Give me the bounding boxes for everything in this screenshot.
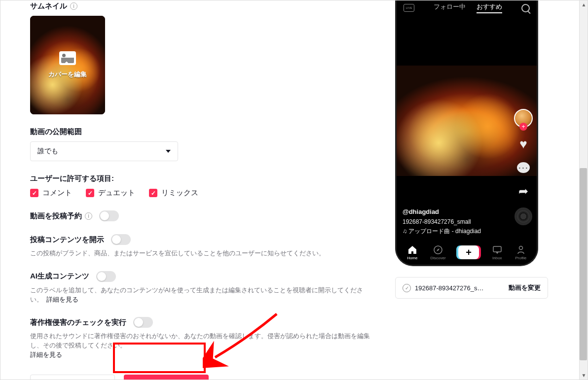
thumbnail-section-label: サムネイル i xyxy=(30,1,375,11)
svg-rect-1 xyxy=(493,246,501,252)
disclosure-toggle[interactable] xyxy=(111,234,131,245)
app-viewport: サムネイル i カバーを編集 動画の公開範囲 誰でも ユーザーに許可する項目: xyxy=(0,0,588,380)
live-icon: LIVE xyxy=(404,4,414,12)
phone-tabs: フォロー中 おすすめ xyxy=(434,2,502,13)
copyright-more-link[interactable]: 詳細を見る xyxy=(30,351,62,358)
phone-top-bar: LIVE フォロー中 おすすめ xyxy=(397,0,537,17)
compass-icon xyxy=(433,245,443,255)
visibility-selected-value: 誰でも xyxy=(37,147,58,156)
nav-home-label: Home xyxy=(407,256,417,260)
comment-icon[interactable] xyxy=(516,160,531,175)
tab-recommended[interactable]: おすすめ xyxy=(477,2,502,13)
scrollbar-down-button[interactable]: ▼ xyxy=(580,371,588,380)
edit-cover-label: カバーを編集 xyxy=(48,70,87,79)
scrollbar-up-button[interactable]: ▲ xyxy=(580,0,588,9)
scrollbar-thumb[interactable] xyxy=(580,168,587,360)
check-icon: ✓ xyxy=(30,189,38,197)
picture-icon xyxy=(59,51,76,65)
check-icon: ✓ xyxy=(86,189,94,197)
music-disc-icon[interactable] xyxy=(514,207,532,225)
ai-content-toggle[interactable] xyxy=(96,271,116,282)
right-column: LIVE フォロー中 おすすめ ♥ ➦ xyxy=(395,0,548,380)
search-icon[interactable] xyxy=(521,4,530,12)
file-bar-left: ✓ 192687-893427276_s… xyxy=(403,284,484,292)
change-video-button[interactable]: 動画を変更 xyxy=(509,283,541,292)
phone-action-rail: ♥ ➦ xyxy=(514,109,533,225)
file-info-bar: ✓ 192687-893427276_s… 動画を変更 xyxy=(395,277,548,299)
copyright-helper: 使用されたサウンドに著作権侵害のおそれがないか、あなたの動画を確認します。侵害が… xyxy=(30,332,375,359)
ai-content-block: AI生成コンテンツ このラベルを追加して、あなたのコンテンツがAIを使って生成ま… xyxy=(30,271,375,305)
checkbox-duet[interactable]: ✓ デュエット xyxy=(86,188,135,198)
disclosure-block: 投稿コンテンツを開示 この投稿がブランド、商品、またはサービスを宣伝していること… xyxy=(30,234,375,258)
nav-profile-label: Profile xyxy=(515,256,526,260)
nav-inbox[interactable]: Inbox xyxy=(492,245,503,260)
visibility-label: 動画の公開範囲 xyxy=(30,127,375,137)
content-row: サムネイル i カバーを編集 動画の公開範囲 誰でも ユーザーに許可する項目: xyxy=(0,0,588,380)
checkbox-comment-label: コメント xyxy=(42,188,72,198)
copyright-toggle[interactable] xyxy=(133,317,153,328)
copyright-label: 著作権侵害のチェックを実行 xyxy=(30,318,126,327)
nav-discover[interactable]: Discover xyxy=(430,245,445,260)
nav-discover-label: Discover xyxy=(430,256,445,260)
profile-icon xyxy=(515,245,526,255)
ai-content-helper-text: このラベルを追加して、あなたのコンテンツがAIを使って生成または編集されているこ… xyxy=(30,287,363,303)
schedule-label-text: 動画を投稿予約 xyxy=(30,211,82,221)
vertical-scrollbar[interactable]: ▲ ▼ xyxy=(579,0,588,380)
tab-following[interactable]: フォロー中 xyxy=(434,2,466,13)
info-icon[interactable]: i xyxy=(85,212,92,220)
svg-point-2 xyxy=(519,246,522,249)
visibility-select[interactable]: 誰でも xyxy=(30,141,178,161)
check-icon: ✓ xyxy=(149,189,157,197)
schedule-toggle[interactable] xyxy=(99,210,119,221)
action-button-row: 破棄する 投稿 xyxy=(30,375,375,380)
chevron-down-icon xyxy=(166,150,171,153)
disclosure-label: 投稿コンテンツを開示 xyxy=(30,235,104,244)
disclosure-helper: この投稿がブランド、商品、またはサービスを宣伝していることを他のユーザーに知らせ… xyxy=(30,249,375,258)
discard-button[interactable]: 破棄する xyxy=(30,375,115,380)
thumbnail-edit-cover[interactable]: カバーを編集 xyxy=(30,16,105,114)
nav-profile[interactable]: Profile xyxy=(515,245,526,260)
phone-handle: @dhiagdiad xyxy=(403,207,507,217)
phone-bottom-nav: Home Discover + Inbox xyxy=(397,240,537,265)
nav-home[interactable]: Home xyxy=(407,245,418,260)
nav-create-button[interactable]: + xyxy=(458,245,479,259)
phone-meta: @dhiagdiad 192687-893427276_small ♫ アップロ… xyxy=(403,207,507,236)
permissions-block: ユーザーに許可する項目: ✓ コメント ✓ デュエット ✓ リミックス xyxy=(30,174,375,198)
post-button[interactable]: 投稿 xyxy=(124,375,209,380)
thumbnail-overlay: カバーを編集 xyxy=(48,51,87,79)
checkbox-duet-label: デュエット xyxy=(98,188,135,198)
share-icon[interactable]: ➦ xyxy=(516,184,531,199)
permissions-row: ✓ コメント ✓ デュエット ✓ リミックス xyxy=(30,188,375,198)
info-icon[interactable]: i xyxy=(70,2,77,10)
copyright-helper-text: 使用されたサウンドに著作権侵害のおそれがないか、あなたの動画を確認します。侵害が… xyxy=(30,333,370,349)
file-name: 192687-893427276_s… xyxy=(415,284,484,292)
schedule-label: 動画を投稿予約 i xyxy=(30,211,92,221)
checkbox-remix-label: リミックス xyxy=(161,188,198,198)
nav-inbox-label: Inbox xyxy=(492,256,502,260)
left-column: サムネイル i カバーを編集 動画の公開範囲 誰でも ユーザーに許可する項目: xyxy=(30,0,375,380)
ai-content-helper: このラベルを追加して、あなたのコンテンツがAIを使って生成または編集されているこ… xyxy=(30,286,375,305)
schedule-block: 動画を投稿予約 i xyxy=(30,210,375,221)
check-circle-icon: ✓ xyxy=(403,284,411,292)
visibility-block: 動画の公開範囲 誰でも xyxy=(30,127,375,161)
avatar-follow-button[interactable] xyxy=(514,109,533,128)
inbox-icon xyxy=(492,245,503,255)
permissions-label: ユーザーに許可する項目: xyxy=(30,174,375,183)
phone-music: ♫ アップロード曲 - dhiagdiad xyxy=(403,227,507,236)
phone-filename: 192687-893427276_small xyxy=(403,217,507,227)
ai-content-label: AI生成コンテンツ xyxy=(30,272,89,281)
checkbox-remix[interactable]: ✓ リミックス xyxy=(149,188,198,198)
copyright-block: 著作権侵害のチェックを実行 使用されたサウンドに著作権侵害のおそれがないか、あな… xyxy=(30,317,375,359)
ai-content-more-link[interactable]: 詳細を見る xyxy=(46,296,78,303)
home-icon xyxy=(407,245,418,255)
thumbnail-label-text: サムネイル xyxy=(30,1,67,11)
checkbox-comment[interactable]: ✓ コメント xyxy=(30,188,72,198)
phone-preview: LIVE フォロー中 おすすめ ♥ ➦ xyxy=(395,0,538,266)
like-icon[interactable]: ♥ xyxy=(516,137,531,151)
